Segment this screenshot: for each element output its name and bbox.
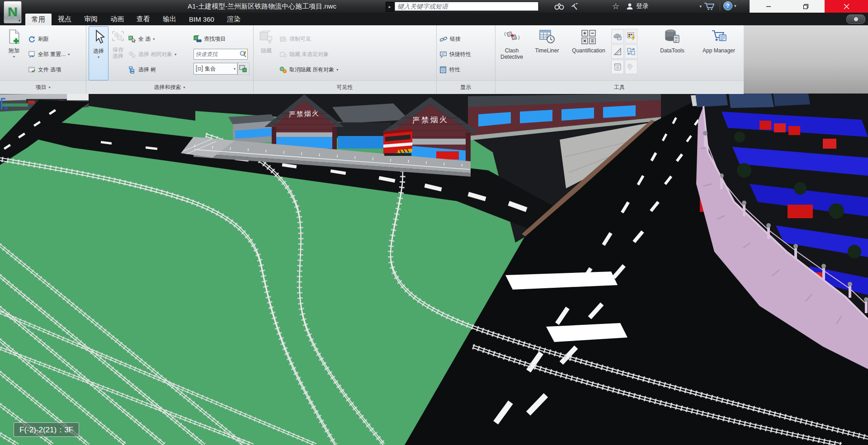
select-same-icon	[128, 51, 136, 58]
app-store-cart-icon[interactable]	[703, 2, 716, 11]
save-selection-button[interactable]: 保存 选择	[109, 26, 127, 80]
chevron-down-icon: ▾	[183, 85, 185, 89]
properties-button[interactable]: 特性	[439, 63, 460, 76]
group-label-project[interactable]: 项目▾	[0, 81, 86, 94]
chevron-down-icon: ▾	[734, 4, 736, 8]
datatools-icon	[664, 29, 681, 46]
locomotive	[383, 129, 412, 156]
help-button[interactable]: ? ▾	[723, 1, 736, 10]
chevron-down-icon: ▾	[234, 67, 236, 71]
close-icon	[844, 4, 849, 9]
app-manager-icon	[710, 29, 727, 46]
chevron-down-icon: ▾	[153, 37, 155, 41]
unhide-all-button[interactable]: 取消隐藏 所有对象 ▾	[279, 63, 338, 76]
ribbon-tab-bar: 常用 视点 审阅 动画 查看 输出 BIM 360 渲染	[0, 13, 868, 25]
restore-button[interactable]	[787, 0, 825, 13]
quantification-button[interactable]: Quantification	[568, 26, 609, 80]
links-button[interactable]: 链接	[439, 33, 461, 45]
floor-label-badge: F(-2)-2(21)：3F	[14, 422, 79, 437]
quantification-icon	[580, 29, 597, 46]
tab-chakan[interactable]: 查看	[130, 13, 156, 25]
chevron-down-icon: ▾	[336, 68, 338, 72]
manage-sets-button[interactable]	[237, 62, 250, 75]
animator-icon[interactable]	[611, 29, 624, 43]
sign-in-button[interactable]: 登录 ▾	[626, 1, 702, 11]
tab-shenyue[interactable]: 审阅	[78, 13, 104, 25]
selection-tree-button[interactable]: 选择 树	[128, 63, 156, 76]
binoculars-search-icon[interactable]	[553, 2, 565, 11]
links-icon	[439, 35, 448, 43]
clash-detective-button[interactable]: Clash Detective	[497, 26, 526, 80]
quick-properties-icon	[439, 51, 447, 58]
datatools-button[interactable]: DataTools	[652, 26, 693, 80]
select-all-button[interactable]: 全 选 ▾	[128, 33, 155, 45]
tab-donghua[interactable]: 动画	[104, 13, 130, 25]
refresh-button[interactable]: 刷新	[28, 33, 49, 45]
hide-button[interactable]: 隐藏	[256, 26, 277, 80]
select-button[interactable]: 选择 ▾	[89, 26, 108, 80]
group-divider	[253, 25, 254, 94]
clash-detective-icon	[504, 29, 520, 46]
unhide-all-icon	[279, 66, 287, 74]
group-divider	[436, 25, 437, 94]
model-scene: 严禁烟火 严禁烟火	[0, 94, 868, 445]
red-truck	[436, 151, 459, 159]
hide-unselected-button[interactable]: 隐藏 未选定对象	[279, 48, 329, 61]
chevron-down-icon: ▾	[98, 55, 99, 59]
search-input[interactable]	[395, 2, 544, 11]
communication-center-icon[interactable]	[569, 2, 580, 11]
quick-find-input[interactable]	[194, 51, 239, 57]
measure-icon[interactable]	[611, 44, 624, 59]
tab-xuanran[interactable]: 渲染	[221, 13, 247, 25]
cloud-status-icon[interactable]	[846, 14, 865, 24]
no-fire-sign: 严禁烟火	[288, 109, 320, 118]
favorites-star-icon[interactable]: ☆	[610, 2, 621, 11]
title-bar: A1-土建模型-兰州新区铁路物流中心施工项目.nwc ▸ ☆ 登录 ▾ ? ▾	[0, 0, 868, 13]
reset-all-button[interactable]: 全部 重置... ▾	[28, 48, 70, 61]
minimize-icon	[766, 4, 771, 9]
window-title: A1-土建模型-兰州新区铁路物流中心施工项目.nwc	[188, 2, 336, 11]
close-button[interactable]	[825, 0, 868, 13]
3d-viewport[interactable]: 严禁烟火 严禁烟火	[0, 94, 868, 445]
group-label-display: 显示	[436, 81, 495, 94]
sign-in-label: 登录	[636, 2, 649, 10]
app-manager-button[interactable]: App Manager	[695, 26, 742, 80]
scripter-icon[interactable]	[625, 29, 637, 43]
tab-bim360[interactable]: BIM 360	[183, 13, 221, 25]
append-button[interactable]: 附加 ▾	[3, 26, 25, 80]
hide-unselected-icon	[279, 51, 287, 58]
group-label-visibility: 可见性	[253, 81, 436, 94]
file-options-icon	[28, 66, 36, 74]
tab-changyong[interactable]: 常用	[25, 14, 52, 25]
tab-shuchu[interactable]: 输出	[156, 13, 183, 25]
quick-properties-button[interactable]: 快捷特性	[439, 48, 471, 61]
reset-all-icon	[28, 51, 36, 58]
select-all-icon	[128, 35, 136, 43]
quick-find-box	[193, 49, 248, 60]
append-file-icon	[6, 29, 22, 46]
require-visible-button[interactable]: 强制可见	[279, 33, 311, 45]
manage-sets-icon	[239, 64, 248, 73]
sets-dropdown[interactable]: 集合 ▾	[193, 63, 238, 75]
scripts-icon[interactable]	[611, 60, 624, 74]
tab-shidian[interactable]: 视点	[52, 13, 78, 25]
group-divider	[86, 25, 86, 94]
minimize-button[interactable]	[750, 0, 787, 13]
tools-icon-grid	[611, 29, 639, 74]
batch-icon[interactable]	[625, 60, 637, 74]
timeliner-icon	[539, 29, 555, 46]
compare-icon[interactable]	[625, 44, 637, 59]
find-items-button[interactable]: 查找项目	[193, 33, 226, 45]
application-menu-button[interactable]: N ▾	[4, 1, 22, 23]
quick-access-expand-icon[interactable]: ▸	[386, 2, 394, 12]
timeliner-button[interactable]: TimeLiner	[529, 26, 565, 80]
no-fire-sign: 严禁烟火	[412, 115, 449, 125]
refresh-icon	[28, 35, 36, 43]
navisworks-logo: N	[8, 5, 18, 20]
properties-icon	[439, 66, 447, 74]
file-options-button[interactable]: 文件 选项	[28, 63, 61, 76]
group-label-select-search[interactable]: 选择和搜索▾	[86, 81, 253, 94]
quick-find-search-icon[interactable]	[239, 50, 247, 58]
chevron-down-icon: ▾	[175, 52, 176, 56]
select-same-button[interactable]: 选择 相同对象 ▾	[128, 48, 176, 61]
